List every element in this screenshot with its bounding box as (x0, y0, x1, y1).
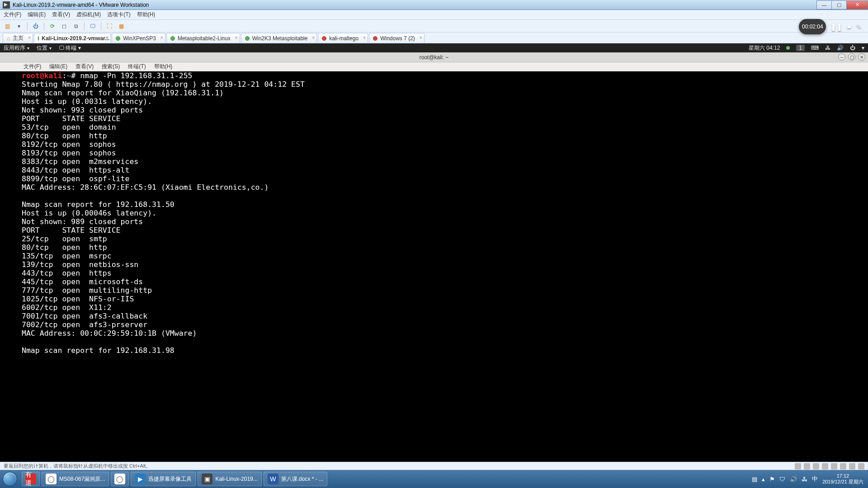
vmware-tab[interactable]: kali-maltego× (318, 33, 368, 43)
panel-clock[interactable]: 星期六 04:12 (749, 44, 780, 52)
panel-keyboard-icon[interactable]: ⌨ (811, 45, 819, 51)
status-hdd-icon[interactable] (795, 463, 801, 469)
separator (44, 22, 44, 30)
vmware-status-hint: 要返回到您的计算机，请将鼠标指针从虚拟机中移出或按 Ctrl+Alt。 (4, 463, 151, 469)
tab-close-icon[interactable]: × (419, 35, 422, 40)
window-titlebar[interactable]: Kali-Linux-2019.2-vmware-amd64 - VMware … (0, 0, 868, 10)
tab-close-icon[interactable]: × (106, 35, 108, 40)
terminal-menubar: 文件(F)编辑(E)查看(V)搜索(S)终端(T)帮助(H) (0, 62, 868, 71)
status-sound-icon[interactable] (831, 463, 837, 469)
terminal-window-titlebar[interactable]: root@kali: ~ – ▢ ✕ (0, 52, 868, 62)
panel-terminal-icon[interactable]: 🖵 终端 ▾ (59, 44, 81, 52)
terminal-close-button[interactable]: ✕ (858, 53, 865, 61)
vmware-menu-item[interactable]: 文件(F) (4, 11, 21, 19)
tray-network-icon[interactable]: 🖧 (802, 476, 807, 483)
tab-close-icon[interactable]: × (235, 35, 237, 40)
toolbar-snapshot-icon[interactable]: ⧉ (71, 22, 80, 31)
status-display-icon[interactable] (849, 463, 855, 469)
vmware-statusbar: 要返回到您的计算机，请将鼠标指针从虚拟机中移出或按 Ctrl+Alt。 (0, 462, 868, 470)
taskbar-button-chrome[interactable]: ◯MS08-067漏洞原... (42, 472, 109, 486)
vmware-menu-item[interactable]: 选项卡(T) (107, 11, 130, 19)
vmware-tab[interactable]: Metasploitable2-Linux× (166, 33, 240, 43)
status-printer-icon[interactable] (840, 463, 846, 469)
terminal-menu-item[interactable]: 搜索(S) (102, 63, 120, 70)
panel-places[interactable]: 位置 (37, 44, 52, 52)
start-button[interactable] (0, 470, 20, 488)
vm-state-icon (116, 36, 120, 41)
status-mem-icon[interactable] (858, 463, 864, 469)
vmware-tabs: ⌂主页×Kali-Linux-2019.2-vmwar...×WinXPenSP… (0, 33, 868, 43)
vmware-tab-label: 主页 (13, 34, 24, 42)
maximize-button[interactable]: ▢ (831, 0, 847, 9)
clock-time: 17:12 (822, 473, 863, 479)
vmware-tab[interactable]: Kali-Linux-2019.2-vmwar...× (34, 33, 111, 43)
status-usb-icon[interactable] (822, 463, 828, 469)
tab-close-icon[interactable]: × (312, 35, 315, 40)
vmware-tab[interactable]: Win2K3 Metasploitable× (241, 33, 317, 43)
recorder-icon: ▶ (135, 474, 146, 484)
taskbar-clock[interactable]: 17:12 2019/12/21 星期六 (822, 473, 863, 485)
tray-up-icon[interactable]: ▴ (762, 476, 765, 483)
recorder-stop-icon[interactable]: ■ (847, 23, 851, 31)
toolbar-play-icon[interactable]: ⟳ (48, 22, 57, 31)
panel-volume-icon[interactable]: 🔊 (837, 45, 844, 51)
toolbar-library-icon[interactable]: ▥ (3, 22, 12, 31)
tab-close-icon[interactable]: × (160, 35, 163, 40)
terminal-minimize-button[interactable]: – (838, 53, 845, 61)
toolbar-unity-icon[interactable]: ▦ (117, 22, 126, 31)
panel-terminal-label: 终端 (66, 45, 76, 51)
close-button[interactable]: ✕ (846, 0, 868, 9)
home-icon: ⌂ (7, 35, 10, 42)
terminal-menu-item[interactable]: 文件(F) (24, 63, 41, 70)
recorder-pause-icon[interactable]: ❚❚ (830, 23, 842, 31)
taskbar-button-word[interactable]: W第八课.docx * - ... (264, 472, 327, 486)
toolbar-dropdown-icon[interactable]: ▾ (14, 22, 24, 31)
terminal-body[interactable]: root@kali:~# nmap -Pn 192.168.31.1-255 S… (0, 71, 868, 462)
minimize-button[interactable]: — (816, 0, 832, 9)
tab-close-icon[interactable]: × (28, 35, 31, 40)
taskbar-button-chrome2[interactable]: ◯ (111, 472, 129, 486)
tray-shield-icon[interactable]: 🛡 (779, 476, 785, 483)
taskbar-button-label: Kali-Linux-2019... (215, 476, 257, 482)
terminal-menu-item[interactable]: 帮助(H) (154, 63, 173, 70)
panel-user-dropdown[interactable]: ▾ (862, 45, 864, 51)
panel-workspace[interactable]: 1 (796, 45, 805, 51)
status-net-icon[interactable] (813, 463, 819, 469)
toolbar-power-icon[interactable]: ⏻ (31, 22, 40, 31)
panel-recording-dot (786, 46, 790, 50)
terminal-menu-item[interactable]: 终端(T) (128, 63, 146, 70)
vmware-menu-item[interactable]: 帮助(H) (137, 11, 156, 19)
tray-lang-icon[interactable]: 中 (812, 475, 818, 483)
terminal-output[interactable]: root@kali:~# nmap -Pn 192.168.31.1-255 S… (22, 71, 863, 462)
vmware-tab[interactable]: Windows 7 (2)× (369, 33, 425, 43)
toolbar-fullscreen-icon[interactable]: ⛶ (105, 22, 114, 31)
vmware-menu-item[interactable]: 虚拟机(M) (76, 11, 101, 19)
taskbar-button-label: MS08-067漏洞原... (59, 475, 105, 483)
toolbar-screenshot-icon[interactable]: 🖵 (88, 22, 97, 31)
vmware-tab[interactable]: WinXPenSP3× (112, 33, 165, 43)
terminal-maximize-button[interactable]: ▢ (848, 53, 855, 61)
vmware-menu-item[interactable]: 编辑(E) (28, 11, 46, 19)
tray-nvidia-icon[interactable]: ▨ (752, 476, 757, 483)
panel-network-icon[interactable]: 🖧 (825, 45, 830, 51)
taskbar-button-vmware[interactable]: ▣Kali-Linux-2019... (198, 472, 261, 486)
tray-speaker-icon[interactable]: 🔊 (790, 476, 797, 483)
vm-state-icon (245, 36, 250, 41)
taskbar-button-youdao[interactable]: 有道 (22, 472, 40, 486)
chrome-icon: ◯ (46, 474, 57, 484)
vmware-tab[interactable]: ⌂主页× (3, 33, 33, 43)
tray-security-icon[interactable]: ⚑ (769, 476, 775, 483)
vmware-menu-item[interactable]: 查看(V) (52, 11, 70, 19)
vm-state-icon (373, 36, 377, 41)
vm-state-icon (170, 36, 175, 41)
panel-power-icon[interactable]: ⏻ (850, 45, 855, 51)
terminal-menu-item[interactable]: 编辑(E) (49, 63, 67, 70)
recorder-draw-icon[interactable]: ✎ (856, 23, 862, 31)
window-title: Kali-Linux-2019.2-vmware-amd64 - VMware … (13, 2, 149, 8)
taskbar-button-recorder[interactable]: ▶迅捷屏幕录像工具 (131, 472, 196, 486)
terminal-menu-item[interactable]: 查看(V) (75, 63, 94, 70)
tab-close-icon[interactable]: × (363, 35, 366, 40)
toolbar-suspend-icon[interactable]: ◻ (60, 22, 69, 31)
kali-top-panel: 应用程序 位置 🖵 终端 ▾ 星期六 04:12 1 ⌨ 🖧 🔊 ⏻ ▾ (0, 43, 868, 52)
status-cd-icon[interactable] (804, 463, 810, 469)
